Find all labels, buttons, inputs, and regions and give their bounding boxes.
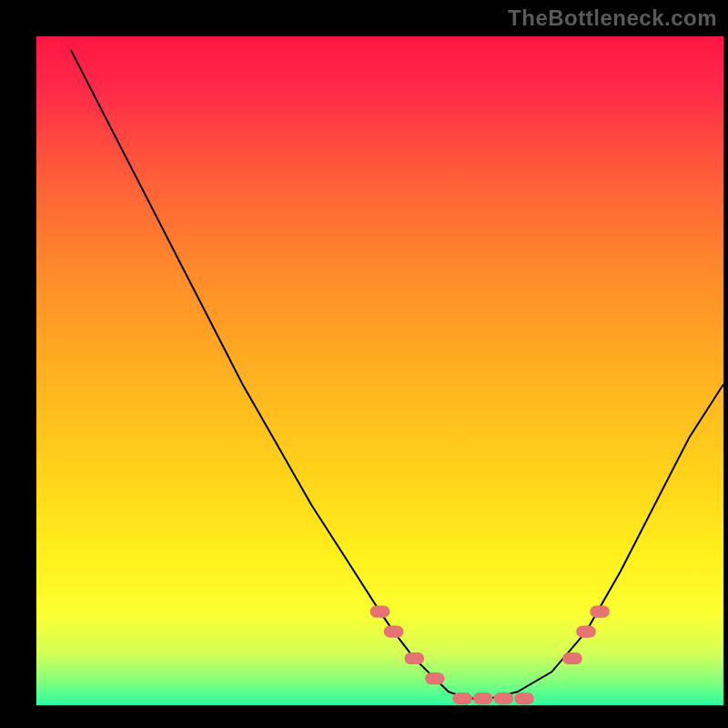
curve-marker	[494, 693, 514, 704]
chart-frame: TheBottleneck.com	[0, 0, 728, 728]
curve-marker	[405, 652, 425, 664]
curve-marker	[370, 606, 390, 618]
curve-marker	[473, 693, 493, 704]
plot-background	[36, 36, 723, 705]
curve-marker	[514, 693, 534, 704]
curve-marker	[562, 652, 582, 664]
curve-marker	[590, 606, 610, 618]
curve-marker	[576, 626, 596, 638]
curve-marker	[384, 626, 404, 638]
watermark-text: TheBottleneck.com	[508, 5, 717, 31]
bottleneck-curve-chart	[0, 0, 728, 728]
curve-marker	[452, 693, 472, 704]
curve-marker	[425, 672, 445, 684]
